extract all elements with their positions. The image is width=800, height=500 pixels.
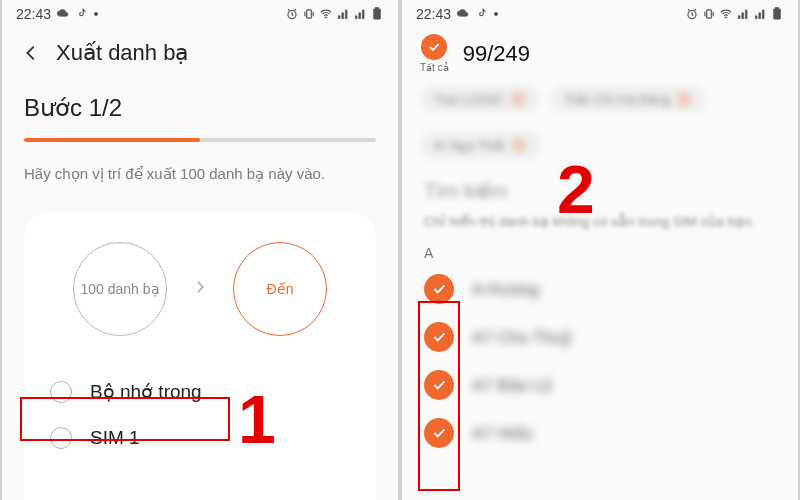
status-bar: 22:43 [402,0,798,26]
dot-icon [494,12,498,16]
option-internal-storage[interactable]: Bộ nhớ trong [42,368,358,415]
filter-note: Chỉ hiển thị danh bạ không có sẵn trong … [402,213,798,239]
step-label: Bước 1/2 [24,94,376,122]
svg-rect-1 [307,10,312,18]
screen-export-step1: 22:43 Xuất danh bạ Bước 1/2 [2,0,398,500]
radio-unchecked-icon [50,427,72,449]
check-icon [424,322,454,352]
chevron-right-icon [191,278,209,300]
svg-rect-3 [374,9,381,20]
chip[interactable]: Trần Chí Hà Đăng [550,85,706,113]
check-icon [421,34,447,60]
remove-icon[interactable] [511,137,527,153]
list-item[interactable]: A7 Chu Thuỷ [402,313,798,361]
select-all-label: Tất cả [420,62,449,73]
svg-rect-8 [774,9,781,20]
svg-point-7 [725,17,727,19]
cloud-icon [456,7,470,21]
list-item[interactable]: A Hương [402,265,798,313]
radio-unchecked-icon [50,381,72,403]
battery-icon [770,7,784,21]
option-label: SIM 1 [90,427,140,449]
selection-count: 99/249 [463,41,530,67]
signal-icon [753,7,767,21]
signal-icon [736,7,750,21]
svg-rect-4 [375,8,379,9]
options-card: 100 danh bạ Đến Bộ nhớ trong SIM 1 [24,212,376,500]
list-item[interactable]: A7 Hiếu [402,409,798,457]
dot-icon [94,12,98,16]
progress-bar [24,138,376,142]
wifi-icon [719,7,733,21]
remove-icon[interactable] [510,91,526,107]
vibrate-icon [702,7,716,21]
cloud-icon [56,7,70,21]
status-time: 22:43 [416,6,451,22]
wifi-icon [319,7,333,21]
option-label: Bộ nhớ trong [90,380,202,403]
vibrate-icon [302,7,316,21]
instruction-text: Hãy chọn vị trí để xuất 100 danh bạ này … [24,164,376,184]
alarm-icon [685,7,699,21]
status-time: 22:43 [16,6,51,22]
signal-icon [336,7,350,21]
svg-rect-6 [707,10,712,18]
selected-chips: Tran LOGIC Trần Chí Hà Đăng [402,85,798,123]
back-icon[interactable] [20,42,42,64]
check-icon [424,370,454,400]
check-icon [424,418,454,448]
tiktok-icon [475,7,489,21]
search-input[interactable]: Tìm kiếm [402,169,798,213]
chip[interactable]: Kí Ngọ Thất [420,131,541,159]
svg-rect-9 [775,8,779,9]
option-sim1[interactable]: SIM 1 [42,415,358,461]
page-title: Xuất danh bạ [56,40,188,66]
status-bar: 22:43 [2,0,398,26]
screen-select-contacts: 22:43 Tất cả 99/249 Tran LOGIC [402,0,798,500]
section-header: A [402,239,798,265]
list-item[interactable]: A7 Bảo Lộ [402,361,798,409]
remove-icon[interactable] [676,91,692,107]
destination-circle[interactable]: Đến [233,242,327,336]
svg-point-2 [325,17,327,19]
select-all-toggle[interactable]: Tất cả [420,34,449,73]
chip[interactable]: Tran LOGIC [420,85,540,113]
check-icon [424,274,454,304]
tiktok-icon [75,7,89,21]
alarm-icon [285,7,299,21]
battery-icon [370,7,384,21]
source-circle: 100 danh bạ [73,242,167,336]
signal-icon [353,7,367,21]
